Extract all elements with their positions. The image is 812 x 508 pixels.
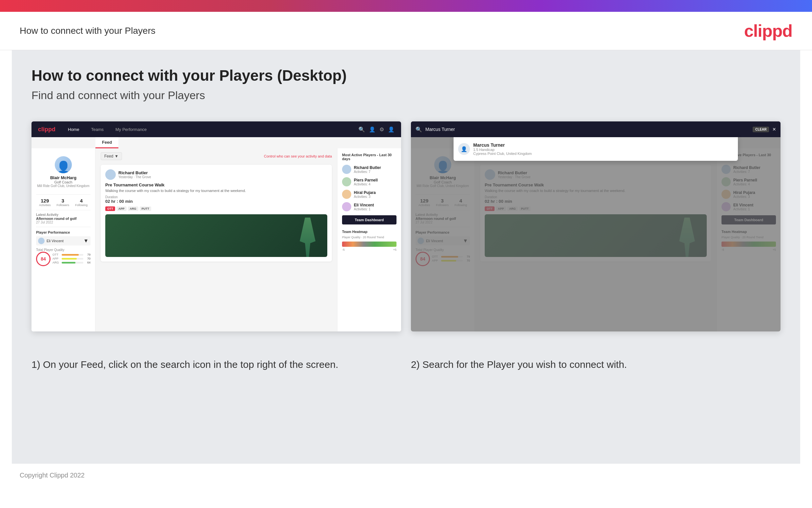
golfer-silhouette-1 <box>294 218 321 257</box>
nav-myperformance-1[interactable]: My Performance <box>113 126 149 133</box>
player-avatar-eli-1 <box>342 202 351 211</box>
profile-avatar-1: 👤 <box>55 156 72 173</box>
feed-tab-1[interactable]: Feed <box>95 137 118 148</box>
activity-tags-1: OTT APP ARG PUTT <box>105 206 327 211</box>
total-quality-label-1: Total Player Quality <box>36 248 91 252</box>
team-heatmap-title-1: Team Heatmap <box>342 230 396 234</box>
stat-followers: 3 Followers <box>56 198 69 207</box>
bar-arg-1: ARG 64 <box>52 261 91 264</box>
quality-row-1: 84 OTT 79 APP <box>36 252 91 266</box>
profile-role-1: Golf Coach <box>36 180 91 184</box>
following-btn-1[interactable]: Feed ▼ <box>101 152 122 160</box>
app-nav-1: clippd Home Teams My Performance 🔍 👤 ⚙ 👤 <box>32 121 401 137</box>
tag-putt-1: PUTT <box>140 206 151 211</box>
player-avatar-hiral-1 <box>342 190 351 199</box>
player-acts-piers-1: Activities: 4 <box>354 182 378 186</box>
tag-arg-1: ARG <box>128 206 138 211</box>
search-result-item-1[interactable]: 👤 Marcus Turner 1.5 Handicap Cypress Poi… <box>458 140 733 158</box>
profile-name-1: Blair McHarg <box>36 175 91 180</box>
player-name-piers-1: Piers Parnell <box>354 178 378 182</box>
profile-card-1: 👤 Blair McHarg Golf Coach Mill Ride Golf… <box>36 153 91 191</box>
copyright-text: Copyright Clippd 2022 <box>20 472 85 479</box>
main-content: How to connect with your Players (Deskto… <box>12 50 800 464</box>
duration-1: 02 hr : 00 min <box>105 199 327 204</box>
heatmap-labels-1: -5 +5 <box>342 248 396 251</box>
player-select-1[interactable]: Eli Vincent ▼ <box>36 236 91 246</box>
main-title: How to connect with your Players (Deskto… <box>32 67 780 84</box>
player-avatar-piers-1 <box>342 177 351 186</box>
following-header-1: Feed ▼ Control who can see your activity… <box>101 152 332 160</box>
nav-teams-1[interactable]: Teams <box>89 126 106 133</box>
activity-image-1 <box>105 214 327 257</box>
active-player-row-2: Piers Parnell Activities: 4 <box>342 177 396 186</box>
player-info-eli-1: Eli Vincent Activities: 1 <box>354 203 374 211</box>
nav-home-1[interactable]: Home <box>65 126 82 133</box>
mock-app-1: clippd Home Teams My Performance 🔍 👤 ⚙ 👤… <box>32 121 401 332</box>
app-center-1: Feed ▼ Control who can see your activity… <box>95 148 337 332</box>
app-logo-1: clippd <box>38 126 55 133</box>
search-input-overlay[interactable]: Marcus Turner <box>425 127 749 132</box>
player-acts-richard-1: Activities: 7 <box>354 170 381 174</box>
profile-stats-1: 129 Activities 3 Followers 4 Following <box>36 194 91 210</box>
step-2-desc: 2) Search for the Player you wish to con… <box>411 348 780 381</box>
profile-person-icon: 👤 <box>56 162 71 173</box>
active-player-row-4: Eli Vincent Activities: 1 <box>342 202 396 211</box>
activity-card-1: Richard Butler Yesterday · The Grove Pre… <box>101 165 332 261</box>
team-heatmap-subtitle-1: Player Quality · 20 Round Trend <box>342 236 396 239</box>
stat-activities: 129 Activities <box>39 198 51 207</box>
app-right-panel-1: Most Active Players - Last 30 days Richa… <box>337 148 401 332</box>
search-clear-btn[interactable]: CLEAR <box>753 127 769 132</box>
activity-user-meta-1: Yesterday · The Grove <box>118 175 151 179</box>
search-result-name-1: Marcus Turner <box>473 142 532 148</box>
player-performance-section-1: Player Performance Eli Vincent ▼ Total P… <box>36 227 91 266</box>
dropdown-chevron-1: ▼ <box>83 238 89 244</box>
activity-user-info-1: Richard Butler Yesterday · The Grove <box>118 170 151 179</box>
latest-activity-1: Latest Activity Afternoon round of golf … <box>36 210 91 227</box>
footer: Copyright Clippd 2022 <box>0 464 812 487</box>
stat-followers-num: 3 <box>56 198 69 204</box>
avatar-icon-1[interactable]: 👤 <box>388 126 394 133</box>
pp-label-1: Player Performance <box>36 230 91 234</box>
player-avatar-richard-1 <box>342 165 351 174</box>
header: How to connect with your Players clippd <box>0 12 812 50</box>
quality-score-1: 84 <box>36 252 50 266</box>
bar-ott-1: OTT 79 <box>52 253 91 256</box>
app-left-panel-1: 👤 Blair McHarg Golf Coach Mill Ride Golf… <box>32 148 95 332</box>
heatmap-label-pos: +5 <box>393 248 396 251</box>
settings-icon-1[interactable]: ⚙ <box>379 126 384 133</box>
control-link-1[interactable]: Control who can see your activity and da… <box>264 154 332 158</box>
search-result-info-1: Marcus Turner 1.5 Handicap Cypress Point… <box>473 142 532 156</box>
player-select-avatar-1 <box>38 238 45 244</box>
user-icon-1[interactable]: 👤 <box>369 126 376 133</box>
stat-following: 4 Following <box>75 198 88 207</box>
latest-label-1: Latest Activity <box>36 213 91 217</box>
heatmap-bar-1 <box>342 242 396 247</box>
top-gradient-bar <box>0 0 812 12</box>
search-results-dropdown-2: 👤 Marcus Turner 1.5 Handicap Cypress Poi… <box>453 137 738 161</box>
activity-user-name-1: Richard Butler <box>118 170 151 175</box>
team-dashboard-btn-1[interactable]: Team Dashboard <box>342 215 396 224</box>
search-close-btn[interactable]: × <box>772 126 776 133</box>
player-name-hiral-1: Hiral Pujara <box>354 190 376 195</box>
search-icon-1[interactable]: 🔍 <box>359 126 365 133</box>
quality-bars-1: OTT 79 APP 70 <box>52 253 91 265</box>
search-icon-overlay: 🔍 <box>416 126 422 133</box>
player-name-richard-1: Richard Butler <box>354 165 381 170</box>
player-acts-hiral-1: Activities: 3 <box>354 195 376 199</box>
nav-right-1: 🔍 👤 ⚙ 👤 <box>359 126 394 133</box>
main-subtitle: Find and connect with your Players <box>32 89 780 102</box>
stat-followers-label: Followers <box>56 204 69 207</box>
screenshot-2: clippd Home Teams My Performance 🔍 👤 ⚙ 👤… <box>411 121 780 332</box>
heatmap-label-neg: -5 <box>342 248 345 251</box>
tag-ott-1: OTT <box>105 206 115 211</box>
screenshots-row: clippd Home Teams My Performance 🔍 👤 ⚙ 👤… <box>32 121 780 332</box>
stat-activities-label: Activities <box>39 204 51 207</box>
steps-row: 1) On your Feed, click on the search ico… <box>32 348 780 381</box>
player-info-piers-1: Piers Parnell Activities: 4 <box>354 178 378 186</box>
page-title: How to connect with your Players <box>20 26 155 36</box>
activity-user-avatar-1 <box>105 169 116 180</box>
active-player-row-1: Richard Butler Activities: 7 <box>342 165 396 174</box>
search-result-avatar-1: 👤 <box>458 143 470 155</box>
clippd-logo: clippd <box>744 21 792 41</box>
search-result-handicap-1: 1.5 Handicap <box>473 148 532 152</box>
